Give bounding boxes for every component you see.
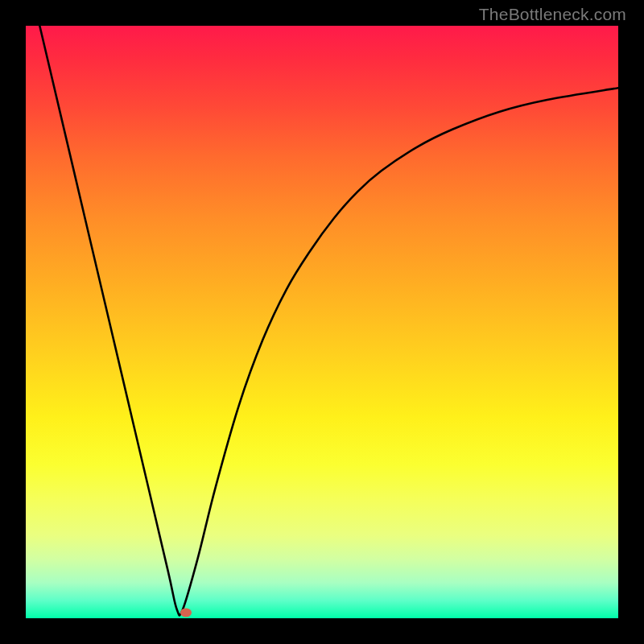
bottleneck-curve <box>26 0 618 615</box>
watermark-text: TheBottleneck.com <box>479 5 626 24</box>
curve-svg <box>26 26 618 618</box>
chart-container: TheBottleneck.com <box>0 0 644 644</box>
plot-area <box>26 26 618 618</box>
optimum-marker <box>180 608 192 617</box>
